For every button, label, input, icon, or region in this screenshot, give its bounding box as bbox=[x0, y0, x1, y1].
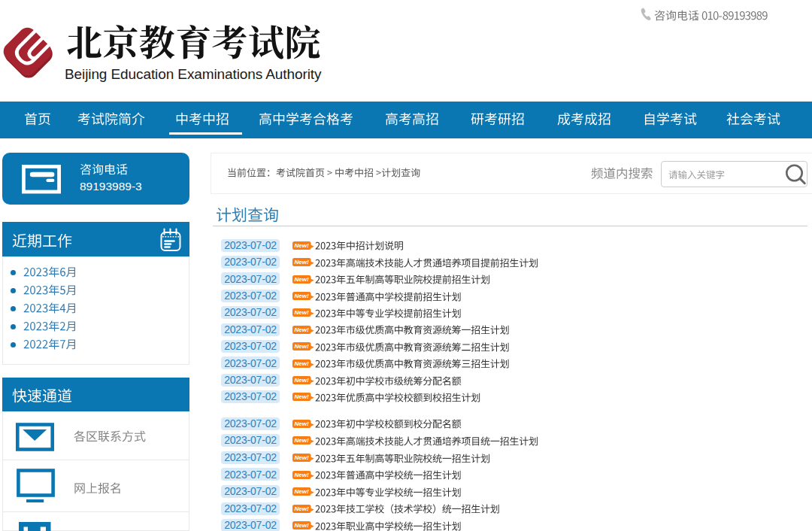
svg-text:New!: New! bbox=[295, 523, 309, 529]
svg-text:New!: New! bbox=[295, 454, 309, 461]
svg-text:New!: New! bbox=[295, 377, 309, 384]
svg-text:New!: New! bbox=[295, 259, 309, 266]
svg-text:New!: New! bbox=[295, 472, 309, 478]
svg-text:New!: New! bbox=[295, 343, 309, 350]
svg-text:New!: New! bbox=[295, 360, 309, 367]
svg-text:New!: New! bbox=[295, 394, 309, 401]
svg-text:New!: New! bbox=[295, 326, 309, 333]
svg-text:New!: New! bbox=[295, 310, 309, 317]
svg-text:New!: New! bbox=[295, 438, 309, 445]
svg-text:New!: New! bbox=[295, 505, 309, 512]
svg-text:New!: New! bbox=[295, 276, 309, 283]
svg-text:New!: New! bbox=[295, 293, 309, 299]
svg-text:New!: New! bbox=[295, 242, 309, 249]
svg-text:New!: New! bbox=[295, 420, 309, 427]
svg-text:New!: New! bbox=[295, 488, 309, 495]
